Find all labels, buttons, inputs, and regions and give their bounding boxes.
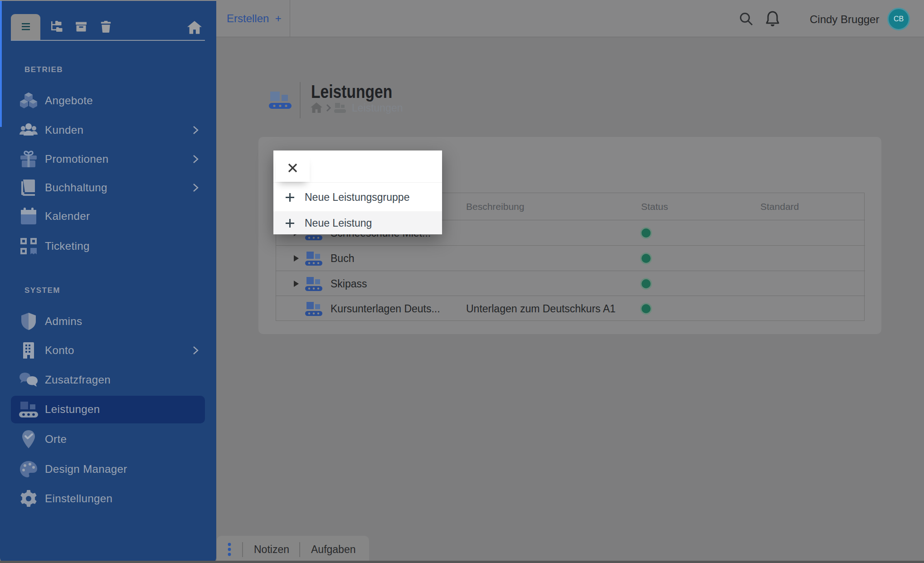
svg-text:Leistungen: Leistungen (352, 102, 403, 114)
